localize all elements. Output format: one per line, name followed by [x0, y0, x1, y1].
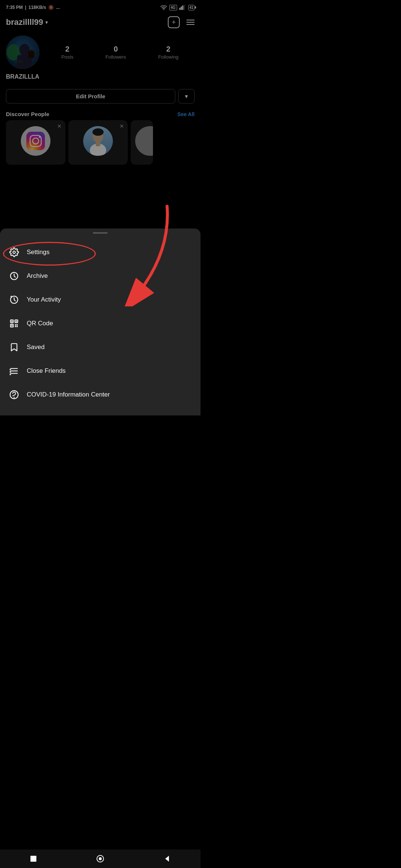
qrcode-icon — [9, 318, 19, 329]
followers-stat[interactable]: 0 Followers — [105, 45, 126, 60]
saved-menu-item[interactable]: Saved — [0, 335, 200, 359]
followers-count: 0 — [105, 45, 126, 53]
network-badge: 4G — [169, 5, 177, 10]
svg-point-21 — [13, 251, 16, 254]
sheet-handle — [93, 232, 108, 234]
covid-label: COVID-19 Information Center — [27, 391, 110, 398]
followers-label: Followers — [105, 54, 126, 60]
svg-rect-1 — [179, 8, 180, 10]
posts-label: Posts — [61, 54, 74, 60]
app-header: brazillll99 ▾ + — [0, 13, 200, 31]
saved-icon — [9, 342, 19, 352]
card-avatar-ig — [21, 126, 50, 156]
close-icon[interactable]: ✕ — [57, 123, 62, 129]
qrcode-menu-item[interactable]: QR Code — [0, 312, 200, 335]
add-post-button[interactable]: + — [168, 16, 180, 28]
battery: 41 — [188, 5, 195, 10]
card-avatar-person — [83, 126, 113, 156]
edit-profile-button[interactable]: Edit Profile — [6, 89, 175, 103]
svg-point-18 — [92, 128, 104, 136]
posts-count: 2 — [61, 45, 74, 53]
mute-icon: 🔕 — [48, 5, 54, 10]
activity-icon — [9, 295, 19, 305]
status-bar: 7:35 PM | 118KB/s 🔕 ... 4G 41 — [0, 0, 200, 13]
star-list-icon — [9, 366, 19, 376]
username: brazillll99 — [6, 17, 43, 27]
following-stat[interactable]: 2 Following — [158, 45, 179, 60]
svg-rect-4 — [183, 5, 185, 10]
settings-menu-item[interactable]: Settings — [0, 240, 200, 264]
username-row[interactable]: brazillll99 ▾ — [6, 17, 48, 27]
activity-menu-item[interactable]: Your Activity — [0, 288, 200, 312]
time: 7:35 PM — [6, 5, 23, 10]
covid-icon — [9, 389, 19, 400]
svg-rect-29 — [11, 325, 12, 326]
closefriends-label: Close Friends — [27, 367, 66, 375]
status-left: 7:35 PM | 118KB/s 🔕 ... — [6, 5, 60, 10]
separator: | — [25, 5, 26, 10]
signal-icon — [179, 5, 186, 10]
wifi-icon — [160, 5, 167, 10]
discover-cards: ✕ ✕ — [0, 120, 200, 165]
svg-text:SNAK: SNAK — [14, 60, 23, 63]
profile-section: SNAK 2 Posts 0 Followers 2 Following BRA… — [0, 31, 200, 85]
settings-icon — [9, 247, 19, 257]
archive-label: Archive — [27, 272, 48, 280]
svg-rect-12 — [26, 132, 45, 150]
see-all-button[interactable]: See All — [177, 111, 195, 117]
header-icons: + — [168, 16, 195, 28]
discover-card-instagram: ✕ — [6, 120, 65, 165]
dots: ... — [56, 5, 60, 10]
discover-header: Discover People See All — [0, 108, 200, 120]
covid-menu-item[interactable]: COVID-19 Information Center — [0, 383, 200, 407]
archive-menu-item[interactable]: Archive — [0, 264, 200, 288]
dropdown-chevron-icon: ▾ — [185, 93, 188, 100]
svg-rect-2 — [181, 7, 182, 10]
following-label: Following — [158, 54, 179, 60]
profile-dropdown-button[interactable]: ▾ — [178, 89, 195, 103]
discover-card-partial — [131, 120, 153, 165]
heart-info-icon — [9, 390, 19, 400]
discover-title: Discover People — [6, 111, 49, 117]
svg-rect-3 — [182, 6, 183, 10]
svg-rect-33 — [15, 326, 16, 327]
svg-rect-28 — [16, 320, 17, 322]
qrcode-label: QR Code — [27, 320, 53, 327]
svg-point-42 — [14, 397, 14, 398]
discover-card-person: ✕ — [68, 120, 128, 165]
closefriends-menu-item[interactable]: Close Friends — [0, 359, 200, 383]
menu-button[interactable] — [186, 20, 195, 25]
gear-icon — [9, 247, 19, 257]
svg-rect-32 — [17, 324, 18, 325]
svg-rect-10 — [28, 51, 34, 58]
svg-rect-20 — [96, 142, 100, 146]
status-right: 4G 41 — [160, 5, 195, 10]
posts-stat[interactable]: 2 Posts — [61, 45, 74, 60]
close-icon[interactable]: ✕ — [120, 123, 124, 129]
activity-clock-icon — [9, 295, 19, 305]
settings-label: Settings — [27, 249, 49, 256]
saved-label: Saved — [27, 343, 45, 351]
avatar-image: SNAK — [6, 36, 39, 69]
svg-rect-31 — [15, 324, 16, 325]
avatar[interactable]: SNAK — [6, 36, 39, 69]
bottom-sheet: Settings Archive Your Acti — [0, 228, 200, 415]
speed: 118KB/s — [29, 5, 46, 10]
sheet-menu: Settings Archive Your Acti — [0, 237, 200, 415]
svg-point-0 — [163, 9, 164, 10]
activity-label: Your Activity — [27, 296, 61, 303]
display-name: BRAZILLLA — [6, 73, 195, 80]
card-avatar-partial — [135, 126, 153, 156]
person-avatar-icon — [83, 126, 113, 156]
chevron-down-icon[interactable]: ▾ — [45, 19, 48, 25]
bookmark-icon — [9, 342, 19, 352]
svg-point-15 — [39, 136, 40, 138]
svg-rect-34 — [17, 326, 18, 327]
instagram-logo-icon — [26, 132, 45, 150]
stats-row: 2 Posts 0 Followers 2 Following — [45, 45, 195, 60]
following-count: 2 — [158, 45, 179, 53]
qr-icon — [9, 319, 19, 328]
clock-rotate-icon — [9, 271, 19, 281]
edit-profile-row: Edit Profile ▾ — [6, 89, 195, 103]
closefriends-icon — [9, 366, 19, 376]
